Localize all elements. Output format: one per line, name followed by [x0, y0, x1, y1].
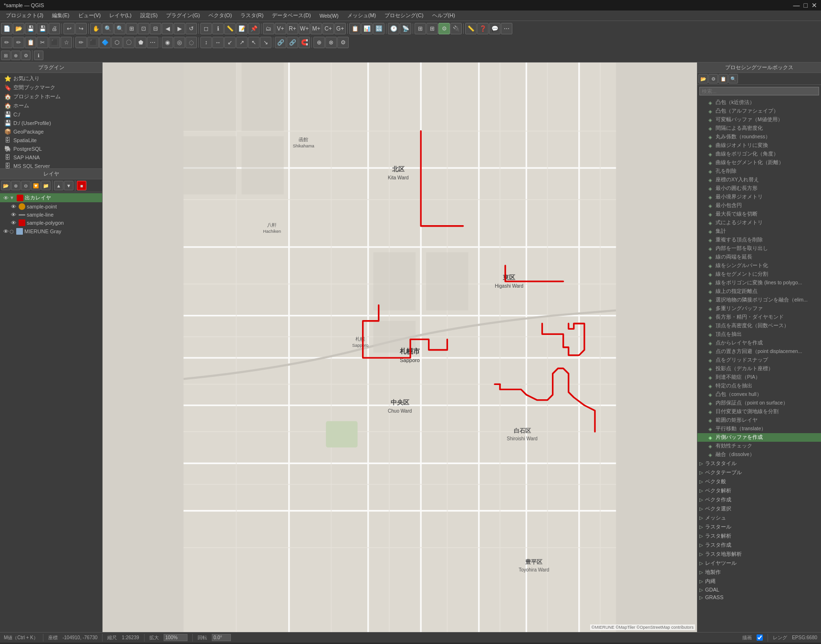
proc-tb-2[interactable]: ⚙: [708, 74, 718, 83]
tool-dissolve[interactable]: ◈融合（dissolve）: [697, 450, 821, 459]
tb-r2[interactable]: ⊕: [11, 51, 21, 60]
tb-open[interactable]: 📂: [13, 23, 24, 34]
tb-draw5[interactable]: 〇: [123, 37, 135, 48]
tb-identify[interactable]: ℹ: [212, 23, 224, 34]
tool-variable-buffer[interactable]: ◈可変幅バッファ（M値使用）: [697, 115, 821, 124]
tool-group-raster-creation[interactable]: ▷ラスタ作成: [697, 540, 821, 550]
menu-processing[interactable]: プロセシング(C): [381, 11, 427, 20]
tool-lines-to-polygons[interactable]: ◈線をポリゴンに変換 (lines to polygo...: [697, 279, 821, 287]
proc-tb-1[interactable]: 📂: [698, 74, 708, 83]
tool-group-nawa[interactable]: ▷内縄: [697, 577, 821, 586]
tb-pin[interactable]: 📌: [248, 23, 260, 34]
map-area[interactable]: 北区Kita Ward 東区Higashi Ward 札幌市Sapporo 中央…: [103, 62, 697, 632]
tb-r3[interactable]: ⚙: [21, 51, 31, 60]
tool-roundness[interactable]: ◈丸み係数（roundness）: [697, 133, 821, 141]
tool-aggregate[interactable]: ◈集計: [697, 227, 821, 236]
tool-split-dateline[interactable]: ◈日付変更線で測地線を分割: [697, 407, 821, 416]
tb-node3[interactable]: ◌: [186, 37, 197, 48]
tool-remove-holes[interactable]: ◈孔を削除: [697, 167, 821, 176]
tool-group-vector-table[interactable]: ▷ベクタテーブル: [697, 468, 821, 477]
tb-edit3[interactable]: 📋: [25, 37, 36, 48]
plugin-item-sap-hana[interactable]: 🗄 SAP HANA: [0, 153, 102, 162]
tb-draw3[interactable]: 🔷: [99, 37, 111, 48]
tool-extract-part[interactable]: ◈内部を一部を取り出し: [697, 244, 821, 253]
layers-tb-group[interactable]: 📁: [41, 181, 51, 190]
menu-database[interactable]: データベース(D): [268, 11, 314, 20]
menu-layer[interactable]: レイヤ(L): [105, 11, 135, 20]
tool-group-raster-tool[interactable]: ▷ラスタール: [697, 522, 821, 531]
tb-node2[interactable]: ◎: [174, 37, 185, 48]
menu-view[interactable]: ビュー(V): [74, 11, 105, 20]
plugin-item-home[interactable]: 🏠 ホーム: [0, 101, 102, 110]
tb-clock[interactable]: 🕐: [388, 23, 399, 34]
tb-measure[interactable]: 📏: [224, 23, 236, 34]
processing-search-input[interactable]: [699, 87, 819, 95]
tb-undo[interactable]: ↩: [63, 23, 75, 34]
tb-redo[interactable]: ↪: [75, 23, 87, 34]
plugin-item-spatialite[interactable]: 🗄 SpatiaLite: [0, 136, 102, 145]
tool-group-raster-terrain[interactable]: ▷ラスタ地形解析: [697, 550, 821, 559]
tb-gps-track[interactable]: 📡: [400, 23, 411, 34]
tb-info2[interactable]: 💬: [489, 23, 500, 34]
tool-eliminate[interactable]: ◈選択地物の隣接ポリゴンを融合（elim...: [697, 296, 821, 304]
plugin-item-geopackage[interactable]: 📦 GeoPackage: [0, 127, 102, 136]
layer-vis-output[interactable]: 👁: [2, 195, 10, 201]
tool-group-grass[interactable]: ▷GRASS: [697, 593, 821, 601]
tool-min-bounding-geom[interactable]: ◈最小境界ジオメトリ: [697, 193, 821, 201]
tb-select[interactable]: ◻: [200, 23, 212, 34]
tb-adv3[interactable]: ⚙: [337, 37, 349, 48]
tb-edit6[interactable]: ☆: [61, 37, 72, 48]
plugin-item-postgresql[interactable]: 🐘 PostgreSQL: [0, 145, 102, 153]
tool-swap-xy[interactable]: ◈座標のXY入れ替え: [697, 176, 821, 184]
layer-vis-sample-polygon[interactable]: 👁: [10, 220, 17, 226]
tb-add-vector[interactable]: V+: [275, 23, 286, 34]
tb-tile[interactable]: ⊞: [415, 23, 426, 34]
tb-add-mesh[interactable]: M+: [311, 23, 322, 34]
tool-convex-hull[interactable]: ◈凸包（convex hull）: [697, 390, 821, 399]
tb-add-csv[interactable]: C+: [322, 23, 334, 34]
layers-tb-filter[interactable]: 🔽: [31, 181, 41, 190]
proc-tb-3[interactable]: 📋: [718, 74, 728, 83]
tb-move3[interactable]: ↙: [224, 37, 236, 48]
tool-point-displacement[interactable]: ◈点の置き方回避（point displacemen...: [697, 347, 821, 356]
layer-vis-sample-line[interactable]: 👁: [10, 212, 17, 218]
layers-tb-up[interactable]: ▲: [54, 181, 63, 190]
tool-split-max-length[interactable]: ◈最大長で線を切断: [697, 210, 821, 218]
tb-field-calc[interactable]: 🔣: [373, 23, 385, 34]
tb-move4[interactable]: ↗: [236, 37, 248, 48]
status-magnify-input[interactable]: [164, 634, 187, 641]
tool-min-enclosing-circle[interactable]: ◈最小包含円: [697, 201, 821, 210]
status-render-checkbox[interactable]: [757, 634, 763, 641]
tool-single-sided-buffer[interactable]: ◈片側バッファを作成: [697, 433, 821, 442]
tool-point-on-surface[interactable]: ◈内部保証点（point on surface）: [697, 399, 821, 407]
menu-vector[interactable]: ベクタ(O): [205, 11, 236, 20]
tb-processing[interactable]: ⚙: [438, 23, 450, 34]
tb-zoom-layer[interactable]: ⊡: [138, 23, 149, 34]
tb-save[interactable]: 💾: [25, 23, 36, 34]
minimize-button[interactable]: —: [793, 1, 800, 9]
tb-add-raster[interactable]: R+: [287, 23, 298, 34]
tb-zoom-next[interactable]: ▶: [174, 23, 185, 34]
tool-project-point[interactable]: ◈投影点（デカルト座標）: [697, 364, 821, 373]
tb-layers[interactable]: 🗂: [263, 23, 274, 34]
tb-move1[interactable]: ↕: [200, 37, 212, 48]
tool-extend-lines[interactable]: ◈線の両端を延長: [697, 253, 821, 261]
menu-edit[interactable]: 編集(E): [48, 11, 73, 20]
tool-rect-oval-diamond[interactable]: ◈長方形・精円・ダイヤモンド: [697, 313, 821, 322]
tool-extent-layer[interactable]: ◈範囲の矩形レイヤ: [697, 416, 821, 425]
proc-tb-4[interactable]: 🔍: [728, 74, 738, 83]
tool-remove-dupe-vertices[interactable]: ◈重複する頂点を削除: [697, 236, 821, 244]
tool-to-curve[interactable]: ◈曲線ジオメトリに変換: [697, 141, 821, 150]
plugin-item-bookmarks[interactable]: 🔖 空間ブックマーク: [0, 83, 102, 92]
tb-pan[interactable]: ✋: [90, 23, 102, 34]
tb-attr-table[interactable]: 📋: [349, 23, 361, 34]
tb-refresh[interactable]: ↺: [186, 23, 197, 34]
tb-plugins2[interactable]: 🔌: [450, 23, 462, 34]
layer-item-sample-point[interactable]: 👁 sample-point: [0, 202, 102, 211]
tb-draw4[interactable]: ⬡: [111, 37, 123, 48]
tb-add-wms[interactable]: W+: [299, 23, 310, 34]
tb-add-gps[interactable]: G+: [334, 23, 346, 34]
tool-extract-vertices[interactable]: ◈頂点を抽出: [697, 330, 821, 339]
tool-to-single-part[interactable]: ◈線をシングルパート化: [697, 261, 821, 270]
tool-pia[interactable]: ◈到達不能症（PIA）: [697, 373, 821, 382]
